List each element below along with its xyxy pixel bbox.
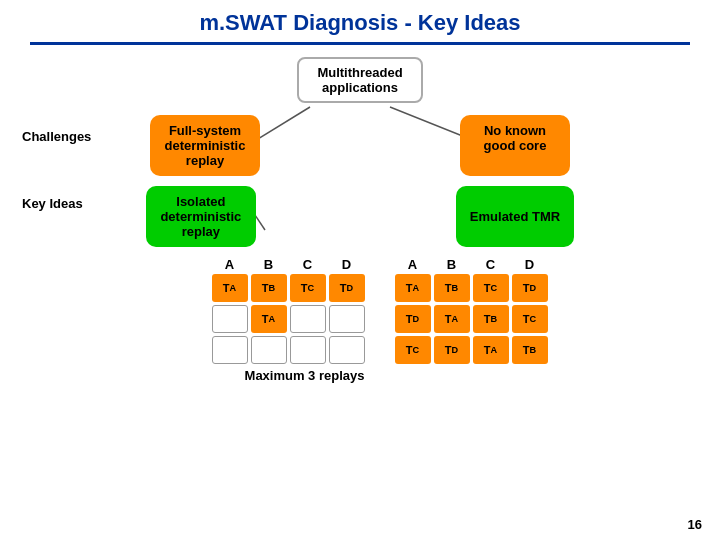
- right-col-b: B: [434, 257, 470, 272]
- left-col-c: C: [290, 257, 326, 272]
- left-col-d: D: [329, 257, 365, 272]
- right-col-d: D: [512, 257, 548, 272]
- left-cell-tc: TC: [290, 274, 326, 302]
- right-cell-tc3: TC: [395, 336, 431, 364]
- right-grid: A B C D TA TB TC TD TD TA TB TC: [395, 257, 548, 383]
- left-cell-empty2: [290, 305, 326, 333]
- challenges-label: Challenges: [22, 129, 91, 144]
- max-replays-label: Maximum 3 replays: [173, 368, 365, 383]
- right-cell-td3: TD: [434, 336, 470, 364]
- left-cell-empty6: [290, 336, 326, 364]
- left-cell-ta: TA: [212, 274, 248, 302]
- left-grid: A B C D TA TB TC TD TA: [173, 257, 365, 383]
- top-node: Multithreaded applications: [297, 57, 422, 103]
- right-cell-tb3: TB: [512, 336, 548, 364]
- left-grid-row-2: TA: [173, 305, 365, 333]
- left-cell-empty5: [251, 336, 287, 364]
- left-cell-ta2: TA: [251, 305, 287, 333]
- left-cell-empty7: [329, 336, 365, 364]
- right-cell-td2: TD: [395, 305, 431, 333]
- left-col-b: B: [251, 257, 287, 272]
- page-title: m.SWAT Diagnosis - Key Ideas: [199, 10, 520, 35]
- left-col-a: A: [212, 257, 248, 272]
- left-cell-empty3: [329, 305, 365, 333]
- right-col-a: A: [395, 257, 431, 272]
- right-cell-ta2: TA: [434, 305, 470, 333]
- left-cell-td: TD: [329, 274, 365, 302]
- left-grid-row-1: TA TB TC TD: [173, 274, 365, 302]
- right-cell-tb2: TB: [473, 305, 509, 333]
- right-cell-td1: TD: [512, 274, 548, 302]
- keyidea-right: Emulated TMR: [456, 186, 574, 247]
- left-cell-tb: TB: [251, 274, 287, 302]
- left-cell-empty1: [212, 305, 248, 333]
- right-cell-ta1: TA: [395, 274, 431, 302]
- right-cell-tb1: TB: [434, 274, 470, 302]
- left-grid-row-3: [173, 336, 365, 364]
- right-cell-tc2: TC: [512, 305, 548, 333]
- left-cell-empty4: [212, 336, 248, 364]
- right-col-c: C: [473, 257, 509, 272]
- challenge-right: No known good core: [460, 115, 570, 176]
- right-cell-tc1: TC: [473, 274, 509, 302]
- right-cell-ta3: TA: [473, 336, 509, 364]
- challenge-left: Full-system deterministic replay: [150, 115, 260, 176]
- right-grid-row-1: TA TB TC TD: [395, 274, 548, 302]
- right-grid-row-2: TD TA TB TC: [395, 305, 548, 333]
- keyideas-label: Key Ideas: [22, 196, 83, 211]
- right-grid-row-3: TC TD TA TB: [395, 336, 548, 364]
- slide-number: 16: [688, 517, 702, 532]
- keyidea-left: Isolated deterministic replay: [146, 186, 256, 247]
